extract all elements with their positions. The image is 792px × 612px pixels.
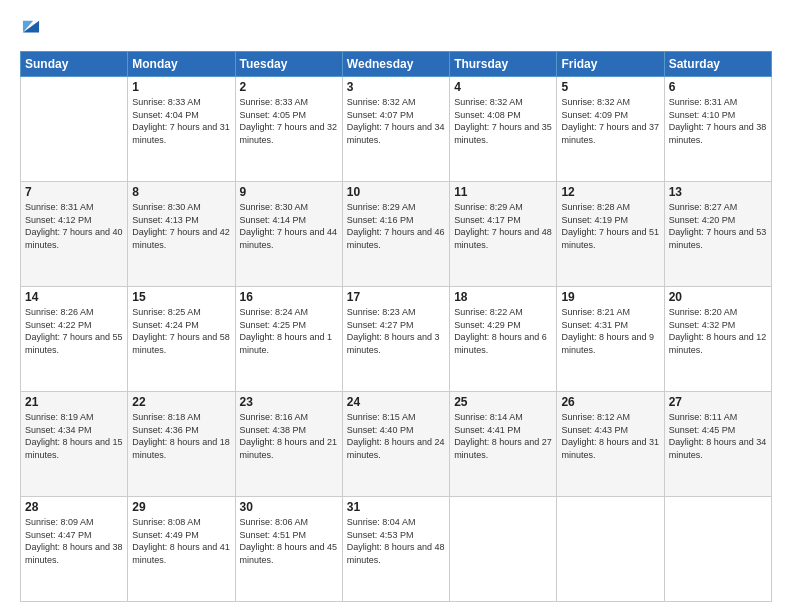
day-info: Sunrise: 8:32 AMSunset: 4:09 PMDaylight:…: [561, 96, 659, 146]
day-number: 27: [669, 395, 767, 409]
calendar-cell: 31 Sunrise: 8:04 AMSunset: 4:53 PMDaylig…: [342, 497, 449, 602]
day-info: Sunrise: 8:32 AMSunset: 4:08 PMDaylight:…: [454, 96, 552, 146]
day-number: 13: [669, 185, 767, 199]
weekday-header-monday: Monday: [128, 52, 235, 77]
day-info: Sunrise: 8:31 AMSunset: 4:10 PMDaylight:…: [669, 96, 767, 146]
day-info: Sunrise: 8:16 AMSunset: 4:38 PMDaylight:…: [240, 411, 338, 461]
calendar-cell: [21, 77, 128, 182]
calendar-cell: 15 Sunrise: 8:25 AMSunset: 4:24 PMDaylig…: [128, 287, 235, 392]
calendar-cell: 13 Sunrise: 8:27 AMSunset: 4:20 PMDaylig…: [664, 182, 771, 287]
day-number: 8: [132, 185, 230, 199]
day-number: 7: [25, 185, 123, 199]
day-info: Sunrise: 8:27 AMSunset: 4:20 PMDaylight:…: [669, 201, 767, 251]
calendar-cell: 24 Sunrise: 8:15 AMSunset: 4:40 PMDaylig…: [342, 392, 449, 497]
calendar-cell: 2 Sunrise: 8:33 AMSunset: 4:05 PMDayligh…: [235, 77, 342, 182]
day-number: 25: [454, 395, 552, 409]
day-info: Sunrise: 8:30 AMSunset: 4:13 PMDaylight:…: [132, 201, 230, 251]
day-number: 12: [561, 185, 659, 199]
day-info: Sunrise: 8:14 AMSunset: 4:41 PMDaylight:…: [454, 411, 552, 461]
day-info: Sunrise: 8:04 AMSunset: 4:53 PMDaylight:…: [347, 516, 445, 566]
day-info: Sunrise: 8:33 AMSunset: 4:05 PMDaylight:…: [240, 96, 338, 146]
day-number: 9: [240, 185, 338, 199]
calendar-cell: 26 Sunrise: 8:12 AMSunset: 4:43 PMDaylig…: [557, 392, 664, 497]
weekday-header-saturday: Saturday: [664, 52, 771, 77]
header: [20, 15, 772, 43]
weekday-header-thursday: Thursday: [450, 52, 557, 77]
week-row-3: 14 Sunrise: 8:26 AMSunset: 4:22 PMDaylig…: [21, 287, 772, 392]
calendar-cell: 22 Sunrise: 8:18 AMSunset: 4:36 PMDaylig…: [128, 392, 235, 497]
weekday-header-sunday: Sunday: [21, 52, 128, 77]
day-number: 11: [454, 185, 552, 199]
day-number: 6: [669, 80, 767, 94]
calendar-cell: 16 Sunrise: 8:24 AMSunset: 4:25 PMDaylig…: [235, 287, 342, 392]
day-number: 1: [132, 80, 230, 94]
day-number: 19: [561, 290, 659, 304]
calendar-cell: 28 Sunrise: 8:09 AMSunset: 4:47 PMDaylig…: [21, 497, 128, 602]
day-info: Sunrise: 8:28 AMSunset: 4:19 PMDaylight:…: [561, 201, 659, 251]
day-info: Sunrise: 8:29 AMSunset: 4:17 PMDaylight:…: [454, 201, 552, 251]
calendar-cell: [557, 497, 664, 602]
day-number: 26: [561, 395, 659, 409]
calendar-cell: 12 Sunrise: 8:28 AMSunset: 4:19 PMDaylig…: [557, 182, 664, 287]
day-number: 4: [454, 80, 552, 94]
day-info: Sunrise: 8:31 AMSunset: 4:12 PMDaylight:…: [25, 201, 123, 251]
calendar-cell: 7 Sunrise: 8:31 AMSunset: 4:12 PMDayligh…: [21, 182, 128, 287]
calendar-cell: 4 Sunrise: 8:32 AMSunset: 4:08 PMDayligh…: [450, 77, 557, 182]
calendar-cell: 17 Sunrise: 8:23 AMSunset: 4:27 PMDaylig…: [342, 287, 449, 392]
calendar-cell: 10 Sunrise: 8:29 AMSunset: 4:16 PMDaylig…: [342, 182, 449, 287]
weekday-header-tuesday: Tuesday: [235, 52, 342, 77]
week-row-5: 28 Sunrise: 8:09 AMSunset: 4:47 PMDaylig…: [21, 497, 772, 602]
calendar-cell: 11 Sunrise: 8:29 AMSunset: 4:17 PMDaylig…: [450, 182, 557, 287]
day-number: 28: [25, 500, 123, 514]
calendar-cell: 23 Sunrise: 8:16 AMSunset: 4:38 PMDaylig…: [235, 392, 342, 497]
calendar-cell: 8 Sunrise: 8:30 AMSunset: 4:13 PMDayligh…: [128, 182, 235, 287]
day-info: Sunrise: 8:18 AMSunset: 4:36 PMDaylight:…: [132, 411, 230, 461]
calendar-cell: 14 Sunrise: 8:26 AMSunset: 4:22 PMDaylig…: [21, 287, 128, 392]
calendar-cell: 29 Sunrise: 8:08 AMSunset: 4:49 PMDaylig…: [128, 497, 235, 602]
calendar-cell: 20 Sunrise: 8:20 AMSunset: 4:32 PMDaylig…: [664, 287, 771, 392]
weekday-header-row: SundayMondayTuesdayWednesdayThursdayFrid…: [21, 52, 772, 77]
calendar-cell: [450, 497, 557, 602]
weekday-header-wednesday: Wednesday: [342, 52, 449, 77]
week-row-1: 1 Sunrise: 8:33 AMSunset: 4:04 PMDayligh…: [21, 77, 772, 182]
day-number: 23: [240, 395, 338, 409]
day-info: Sunrise: 8:09 AMSunset: 4:47 PMDaylight:…: [25, 516, 123, 566]
calendar-cell: 27 Sunrise: 8:11 AMSunset: 4:45 PMDaylig…: [664, 392, 771, 497]
day-number: 5: [561, 80, 659, 94]
day-info: Sunrise: 8:30 AMSunset: 4:14 PMDaylight:…: [240, 201, 338, 251]
day-info: Sunrise: 8:24 AMSunset: 4:25 PMDaylight:…: [240, 306, 338, 356]
day-info: Sunrise: 8:29 AMSunset: 4:16 PMDaylight:…: [347, 201, 445, 251]
calendar-cell: 21 Sunrise: 8:19 AMSunset: 4:34 PMDaylig…: [21, 392, 128, 497]
calendar-cell: 19 Sunrise: 8:21 AMSunset: 4:31 PMDaylig…: [557, 287, 664, 392]
logo-icon: [20, 15, 42, 37]
day-number: 3: [347, 80, 445, 94]
day-number: 21: [25, 395, 123, 409]
calendar-cell: 3 Sunrise: 8:32 AMSunset: 4:07 PMDayligh…: [342, 77, 449, 182]
calendar-table: SundayMondayTuesdayWednesdayThursdayFrid…: [20, 51, 772, 602]
calendar-cell: 5 Sunrise: 8:32 AMSunset: 4:09 PMDayligh…: [557, 77, 664, 182]
day-info: Sunrise: 8:33 AMSunset: 4:04 PMDaylight:…: [132, 96, 230, 146]
page: SundayMondayTuesdayWednesdayThursdayFrid…: [0, 0, 792, 612]
logo: [20, 15, 42, 43]
calendar-cell: 18 Sunrise: 8:22 AMSunset: 4:29 PMDaylig…: [450, 287, 557, 392]
day-info: Sunrise: 8:19 AMSunset: 4:34 PMDaylight:…: [25, 411, 123, 461]
day-number: 18: [454, 290, 552, 304]
day-number: 14: [25, 290, 123, 304]
week-row-4: 21 Sunrise: 8:19 AMSunset: 4:34 PMDaylig…: [21, 392, 772, 497]
calendar-cell: 1 Sunrise: 8:33 AMSunset: 4:04 PMDayligh…: [128, 77, 235, 182]
day-number: 31: [347, 500, 445, 514]
day-number: 15: [132, 290, 230, 304]
day-info: Sunrise: 8:26 AMSunset: 4:22 PMDaylight:…: [25, 306, 123, 356]
calendar-cell: [664, 497, 771, 602]
day-number: 30: [240, 500, 338, 514]
day-number: 10: [347, 185, 445, 199]
weekday-header-friday: Friday: [557, 52, 664, 77]
day-number: 17: [347, 290, 445, 304]
day-number: 2: [240, 80, 338, 94]
day-info: Sunrise: 8:20 AMSunset: 4:32 PMDaylight:…: [669, 306, 767, 356]
day-info: Sunrise: 8:23 AMSunset: 4:27 PMDaylight:…: [347, 306, 445, 356]
day-info: Sunrise: 8:12 AMSunset: 4:43 PMDaylight:…: [561, 411, 659, 461]
day-info: Sunrise: 8:32 AMSunset: 4:07 PMDaylight:…: [347, 96, 445, 146]
day-info: Sunrise: 8:08 AMSunset: 4:49 PMDaylight:…: [132, 516, 230, 566]
day-info: Sunrise: 8:22 AMSunset: 4:29 PMDaylight:…: [454, 306, 552, 356]
